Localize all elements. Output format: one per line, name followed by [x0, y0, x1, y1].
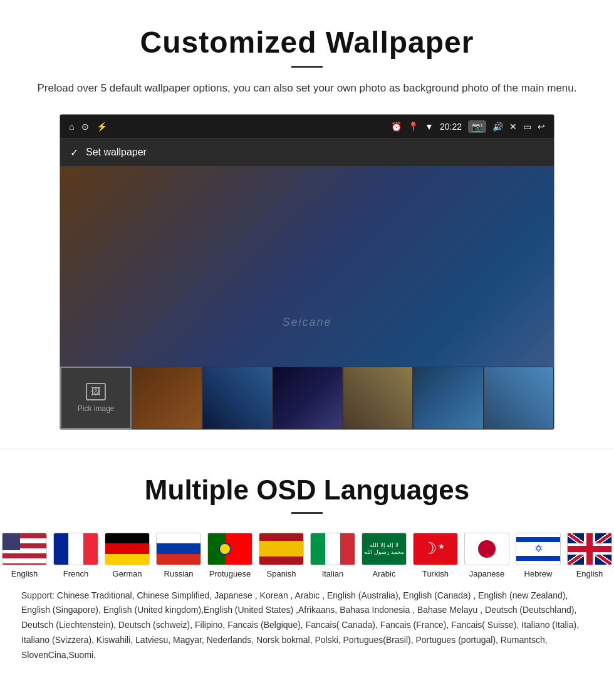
- statusbar-left: ⌂ ⊙ ⚡: [69, 122, 107, 132]
- flag-ru-red: [157, 554, 200, 565]
- support-text: Support: Chinese Traditional, Chinese Si…: [19, 588, 595, 663]
- flag-it: [310, 533, 355, 565]
- signal-icon: ▼: [425, 122, 434, 132]
- set-wallpaper-label: Set wallpaper: [86, 147, 147, 158]
- flag-uk: [567, 533, 612, 565]
- wallpaper-description: Preload over 5 default wallpaper options…: [25, 80, 589, 97]
- flags-row: English French German: [19, 533, 595, 578]
- thumb-6[interactable]: [413, 367, 483, 429]
- flag-pt: [207, 533, 252, 565]
- time-display: 20:22: [440, 122, 462, 132]
- wallpaper-title: Customized Wallpaper: [19, 25, 595, 60]
- flag-item-de: German: [105, 533, 149, 578]
- flag-uk-cross-v-red: [586, 533, 593, 565]
- flag-de-red: [105, 543, 149, 554]
- title-divider: [291, 66, 323, 68]
- flag-item-ru: Russian: [157, 533, 200, 578]
- wallpaper-toolbar: ✓ Set wallpaper: [60, 138, 554, 166]
- location-icon: 📍: [408, 122, 419, 132]
- flag-es: [259, 533, 304, 565]
- flag-il-bottom-stripe: [516, 556, 560, 561]
- pick-image-thumb[interactable]: 🖼 Pick image: [60, 367, 132, 429]
- flag-es-red2: [259, 556, 303, 565]
- flag-jp-circle: [478, 540, 496, 558]
- check-icon: ✓: [70, 147, 78, 159]
- flag-de-black: [105, 533, 149, 544]
- flag-il: ✡: [516, 533, 561, 565]
- flag-jp: [464, 533, 509, 565]
- flag-label-es: Spanish: [267, 569, 296, 578]
- flag-us: [2, 533, 47, 565]
- flag-item-tr: ☽ ★ Turkish: [414, 533, 457, 578]
- languages-title: Multiple OSD Languages: [19, 474, 595, 506]
- thumb-3[interactable]: [202, 367, 273, 429]
- flag-tr-star: ★: [438, 542, 445, 551]
- flag-it-green: [311, 533, 325, 565]
- flag-item-ar: لا إله إلا اللهمحمد رسول الله Arabic: [362, 533, 406, 578]
- flag-it-white: [325, 533, 340, 565]
- flag-label-jp: Japanese: [469, 569, 504, 578]
- watermark: Seicane: [282, 316, 331, 329]
- flag-item-fr: French: [54, 533, 98, 578]
- flag-label-il: Hebrew: [524, 569, 553, 578]
- minimize-icon: ▭: [523, 122, 531, 132]
- volume-icon: 🔊: [492, 122, 503, 132]
- wallpaper-thumbnails: 🖼 Pick image: [60, 367, 554, 429]
- status-bar: ⌂ ⊙ ⚡ ⏰ 📍 ▼ 20:22 📷 🔊 ✕ ▭ ↩: [60, 115, 554, 138]
- alarm-icon: ⏰: [391, 122, 402, 132]
- flag-ar-text: لا إله إلا اللهمحمد رسول الله: [364, 542, 404, 556]
- flag-es-red1: [259, 533, 303, 541]
- flag-item-il: ✡ Hebrew: [516, 533, 560, 578]
- statusbar-right: ⏰ 📍 ▼ 20:22 📷 🔊 ✕ ▭ ↩: [391, 120, 545, 133]
- thumb-2[interactable]: [132, 367, 202, 429]
- languages-divider: [291, 512, 323, 514]
- wallpaper-screenshot: ⌂ ⊙ ⚡ ⏰ 📍 ▼ 20:22 📷 🔊 ✕ ▭ ↩ ✓ Set wallpa…: [60, 114, 554, 430]
- wallpaper-section: Customized Wallpaper Preload over 5 defa…: [0, 0, 614, 449]
- flag-item-jp: Japanese: [465, 533, 509, 578]
- close-icon: ✕: [509, 122, 517, 132]
- flag-label-ar: Arabic: [373, 569, 396, 578]
- flag-label-pt: Protuguese: [209, 569, 251, 578]
- back-icon: ↩: [538, 122, 545, 132]
- flag-item-es: Spanish: [259, 533, 303, 578]
- flag-label-ru: Russian: [164, 569, 194, 578]
- flag-il-top-stripe: [516, 537, 560, 542]
- flag-de-gold: [105, 554, 149, 565]
- flag-pt-circle: [219, 543, 231, 555]
- pick-image-icon: 🖼: [86, 383, 106, 400]
- flag-fr: [53, 533, 98, 565]
- clock-icon: ⊙: [81, 122, 89, 132]
- wallpaper-preview: Seicane: [60, 166, 554, 367]
- flag-fr-blue: [54, 533, 68, 565]
- flag-label-de: German: [113, 569, 142, 578]
- flag-ru-blue: [157, 543, 200, 554]
- flag-item-pt: Protuguese: [208, 533, 252, 578]
- flag-label-uk: English: [576, 569, 603, 578]
- flag-label-us: English: [11, 569, 38, 578]
- flag-label-it: Italian: [322, 569, 344, 578]
- languages-section: Multiple OSD Languages English French Ge…: [0, 449, 614, 682]
- flag-fr-red: [83, 533, 98, 565]
- camera-icon[interactable]: 📷: [468, 120, 486, 133]
- flag-es-yellow: [259, 541, 303, 556]
- thumb-4[interactable]: [273, 367, 343, 429]
- flag-de: [105, 533, 150, 565]
- flag-it-red: [340, 533, 355, 565]
- thumb-5[interactable]: [343, 367, 413, 429]
- flag-tr: ☽ ★: [413, 533, 458, 565]
- flag-item-it: Italian: [311, 533, 355, 578]
- flag-tr-crescent: ☽: [422, 539, 437, 558]
- pick-image-label: Pick image: [78, 404, 115, 413]
- home-icon: ⌂: [69, 122, 74, 132]
- flag-ar: لا إله إلا اللهمحمد رسول الله: [362, 533, 407, 565]
- flag-ru: [156, 533, 201, 565]
- flag-ru-white: [157, 533, 200, 544]
- flag-il-star: ✡: [534, 544, 543, 554]
- flag-item-us: English: [3, 533, 46, 578]
- flag-item-uk: English: [568, 533, 611, 578]
- flag-label-fr: French: [63, 569, 88, 578]
- flag-label-tr: Turkish: [422, 569, 449, 578]
- usb-icon: ⚡: [96, 122, 107, 132]
- flag-fr-white: [68, 533, 83, 565]
- thumb-7[interactable]: [484, 367, 554, 429]
